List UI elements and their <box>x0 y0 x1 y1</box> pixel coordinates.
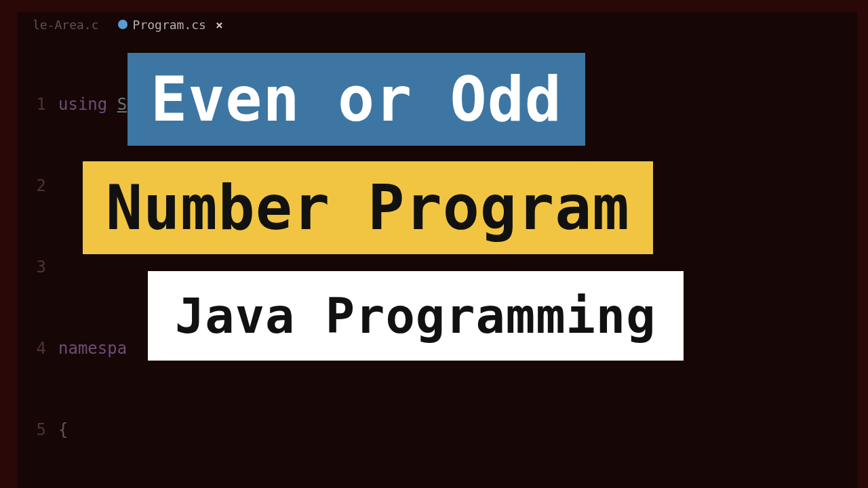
tab-label: Program.cs <box>133 18 206 32</box>
tab-active[interactable]: Program.cs × <box>108 14 233 36</box>
code-line: 2 <box>18 172 857 199</box>
code-line: 4namespa <box>18 335 857 362</box>
tab-bar: le-Area.c Program.cs × <box>18 12 857 37</box>
tab-label: le-Area.c <box>33 18 99 32</box>
tab-inactive[interactable]: le-Area.c <box>23 14 108 36</box>
code-line: 3 <box>18 253 857 281</box>
code-line: 5{ <box>18 416 857 443</box>
code-editor[interactable]: 1using System; 2 3 4namespa 5{ 6 7 8 9 1… <box>18 37 857 488</box>
editor-window: le-Area.c Program.cs × 1using System; 2 … <box>18 12 857 488</box>
close-icon[interactable]: × <box>216 18 223 32</box>
code-line: 1using System; <box>18 91 857 118</box>
csharp-file-icon <box>118 20 127 29</box>
